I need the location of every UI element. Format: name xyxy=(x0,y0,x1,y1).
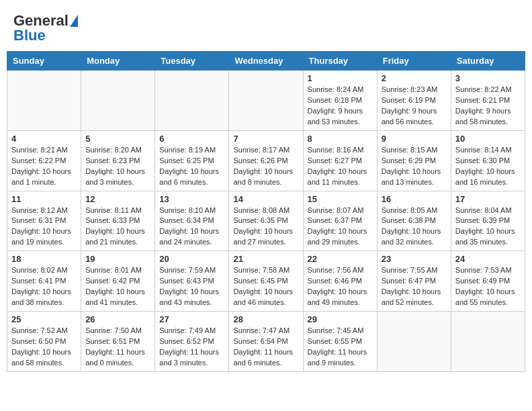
calendar-cell: 5Sunrise: 8:20 AMSunset: 6:23 PMDaylight… xyxy=(81,130,155,191)
calendar-header-row: SundayMondayTuesdayWednesdayThursdayFrid… xyxy=(7,52,525,71)
day-info: Sunrise: 8:24 AMSunset: 6:18 PMDaylight:… xyxy=(308,85,373,128)
day-info: Sunrise: 8:14 AMSunset: 6:30 PMDaylight:… xyxy=(455,145,521,188)
day-number: 6 xyxy=(159,134,224,144)
day-number: 12 xyxy=(85,194,150,204)
day-info: Sunrise: 8:20 AMSunset: 6:23 PMDaylight:… xyxy=(85,145,150,188)
calendar-cell: 8Sunrise: 8:16 AMSunset: 6:27 PMDaylight… xyxy=(303,130,377,191)
day-number: 14 xyxy=(233,194,298,204)
day-info: Sunrise: 8:10 AMSunset: 6:34 PMDaylight:… xyxy=(159,205,224,248)
calendar-cell xyxy=(155,71,229,131)
calendar-cell: 29Sunrise: 7:45 AMSunset: 6:55 PMDayligh… xyxy=(303,312,377,372)
day-number: 16 xyxy=(382,194,447,204)
day-number: 28 xyxy=(233,314,298,324)
calendar-cell: 27Sunrise: 7:49 AMSunset: 6:52 PMDayligh… xyxy=(155,312,229,372)
day-number: 27 xyxy=(159,314,224,324)
calendar-cell: 25Sunrise: 7:52 AMSunset: 6:50 PMDayligh… xyxy=(7,312,81,372)
day-number: 29 xyxy=(308,314,373,324)
col-header-friday: Friday xyxy=(377,52,451,71)
calendar-cell: 1Sunrise: 8:24 AMSunset: 6:18 PMDaylight… xyxy=(303,71,377,131)
calendar-cell xyxy=(451,312,525,372)
day-info: Sunrise: 8:19 AMSunset: 6:25 PMDaylight:… xyxy=(159,145,224,188)
logo-triangle-icon xyxy=(70,15,78,27)
calendar-table: SundayMondayTuesdayWednesdayThursdayFrid… xyxy=(7,51,525,372)
day-info: Sunrise: 8:02 AMSunset: 6:41 PMDaylight:… xyxy=(11,265,77,308)
logo-blue: Blue xyxy=(13,27,46,44)
col-header-wednesday: Wednesday xyxy=(229,52,303,71)
calendar-cell: 16Sunrise: 8:05 AMSunset: 6:38 PMDayligh… xyxy=(377,191,451,251)
day-info: Sunrise: 8:05 AMSunset: 6:38 PMDaylight:… xyxy=(382,205,447,248)
calendar-week-4: 18Sunrise: 8:02 AMSunset: 6:41 PMDayligh… xyxy=(7,251,525,312)
day-number: 8 xyxy=(308,134,373,144)
day-number: 15 xyxy=(308,194,373,204)
calendar-cell: 13Sunrise: 8:10 AMSunset: 6:34 PMDayligh… xyxy=(155,191,229,251)
day-number: 2 xyxy=(382,73,447,83)
day-number: 20 xyxy=(159,254,224,264)
day-info: Sunrise: 8:12 AMSunset: 6:31 PMDaylight:… xyxy=(11,205,77,248)
calendar-cell: 20Sunrise: 7:59 AMSunset: 6:43 PMDayligh… xyxy=(155,251,229,312)
day-info: Sunrise: 7:45 AMSunset: 6:55 PMDaylight:… xyxy=(308,326,373,369)
day-number: 13 xyxy=(159,194,224,204)
calendar-cell: 9Sunrise: 8:15 AMSunset: 6:29 PMDaylight… xyxy=(377,130,451,191)
logo: General Blue xyxy=(13,12,78,44)
calendar-cell xyxy=(377,312,451,372)
calendar-cell: 22Sunrise: 7:56 AMSunset: 6:46 PMDayligh… xyxy=(303,251,377,312)
day-info: Sunrise: 7:52 AMSunset: 6:50 PMDaylight:… xyxy=(11,326,77,369)
calendar-cell xyxy=(7,71,81,131)
calendar-cell: 14Sunrise: 8:08 AMSunset: 6:35 PMDayligh… xyxy=(229,191,303,251)
day-number: 11 xyxy=(11,194,77,204)
calendar-cell: 26Sunrise: 7:50 AMSunset: 6:51 PMDayligh… xyxy=(81,312,155,372)
calendar-cell: 10Sunrise: 8:14 AMSunset: 6:30 PMDayligh… xyxy=(451,130,525,191)
day-info: Sunrise: 7:55 AMSunset: 6:47 PMDaylight:… xyxy=(382,265,447,308)
calendar-cell xyxy=(81,71,155,131)
day-number: 18 xyxy=(11,254,77,264)
day-info: Sunrise: 7:58 AMSunset: 6:45 PMDaylight:… xyxy=(233,265,298,308)
calendar-cell: 21Sunrise: 7:58 AMSunset: 6:45 PMDayligh… xyxy=(229,251,303,312)
day-number: 9 xyxy=(382,134,447,144)
calendar-cell: 15Sunrise: 8:07 AMSunset: 6:37 PMDayligh… xyxy=(303,191,377,251)
day-number: 17 xyxy=(455,194,521,204)
day-number: 25 xyxy=(11,314,77,324)
day-info: Sunrise: 8:22 AMSunset: 6:21 PMDaylight:… xyxy=(455,85,521,128)
calendar-cell: 7Sunrise: 8:17 AMSunset: 6:26 PMDaylight… xyxy=(229,130,303,191)
calendar-cell: 17Sunrise: 8:04 AMSunset: 6:39 PMDayligh… xyxy=(451,191,525,251)
day-info: Sunrise: 8:21 AMSunset: 6:22 PMDaylight:… xyxy=(11,145,77,188)
calendar-week-3: 11Sunrise: 8:12 AMSunset: 6:31 PMDayligh… xyxy=(7,191,525,251)
day-number: 10 xyxy=(455,134,521,144)
day-info: Sunrise: 8:23 AMSunset: 6:19 PMDaylight:… xyxy=(382,85,447,128)
day-number: 21 xyxy=(233,254,298,264)
calendar-week-2: 4Sunrise: 8:21 AMSunset: 6:22 PMDaylight… xyxy=(7,130,525,191)
day-number: 7 xyxy=(233,134,298,144)
calendar-cell: 19Sunrise: 8:01 AMSunset: 6:42 PMDayligh… xyxy=(81,251,155,312)
col-header-thursday: Thursday xyxy=(303,52,377,71)
header: General Blue xyxy=(7,7,525,48)
day-info: Sunrise: 8:04 AMSunset: 6:39 PMDaylight:… xyxy=(455,205,521,248)
day-number: 4 xyxy=(11,134,77,144)
day-info: Sunrise: 7:49 AMSunset: 6:52 PMDaylight:… xyxy=(159,326,224,369)
day-number: 19 xyxy=(85,254,150,264)
calendar-week-1: 1Sunrise: 8:24 AMSunset: 6:18 PMDaylight… xyxy=(7,71,525,131)
day-number: 5 xyxy=(85,134,150,144)
calendar-week-5: 25Sunrise: 7:52 AMSunset: 6:50 PMDayligh… xyxy=(7,312,525,372)
calendar-cell: 11Sunrise: 8:12 AMSunset: 6:31 PMDayligh… xyxy=(7,191,81,251)
day-info: Sunrise: 8:11 AMSunset: 6:33 PMDaylight:… xyxy=(85,205,150,248)
day-info: Sunrise: 8:08 AMSunset: 6:35 PMDaylight:… xyxy=(233,205,298,248)
day-number: 3 xyxy=(455,73,521,83)
col-header-sunday: Sunday xyxy=(7,52,81,71)
col-header-saturday: Saturday xyxy=(451,52,525,71)
calendar-cell: 3Sunrise: 8:22 AMSunset: 6:21 PMDaylight… xyxy=(451,71,525,131)
day-number: 22 xyxy=(308,254,373,264)
col-header-tuesday: Tuesday xyxy=(155,52,229,71)
calendar-cell: 24Sunrise: 7:53 AMSunset: 6:49 PMDayligh… xyxy=(451,251,525,312)
day-info: Sunrise: 8:07 AMSunset: 6:37 PMDaylight:… xyxy=(308,205,373,248)
calendar-cell xyxy=(229,71,303,131)
day-info: Sunrise: 8:01 AMSunset: 6:42 PMDaylight:… xyxy=(85,265,150,308)
calendar-cell: 18Sunrise: 8:02 AMSunset: 6:41 PMDayligh… xyxy=(7,251,81,312)
calendar-cell: 28Sunrise: 7:47 AMSunset: 6:54 PMDayligh… xyxy=(229,312,303,372)
day-info: Sunrise: 8:16 AMSunset: 6:27 PMDaylight:… xyxy=(308,145,373,188)
calendar-cell: 6Sunrise: 8:19 AMSunset: 6:25 PMDaylight… xyxy=(155,130,229,191)
day-info: Sunrise: 7:56 AMSunset: 6:46 PMDaylight:… xyxy=(308,265,373,308)
calendar-cell: 4Sunrise: 8:21 AMSunset: 6:22 PMDaylight… xyxy=(7,130,81,191)
day-number: 26 xyxy=(85,314,150,324)
day-info: Sunrise: 7:59 AMSunset: 6:43 PMDaylight:… xyxy=(159,265,224,308)
col-header-monday: Monday xyxy=(81,52,155,71)
